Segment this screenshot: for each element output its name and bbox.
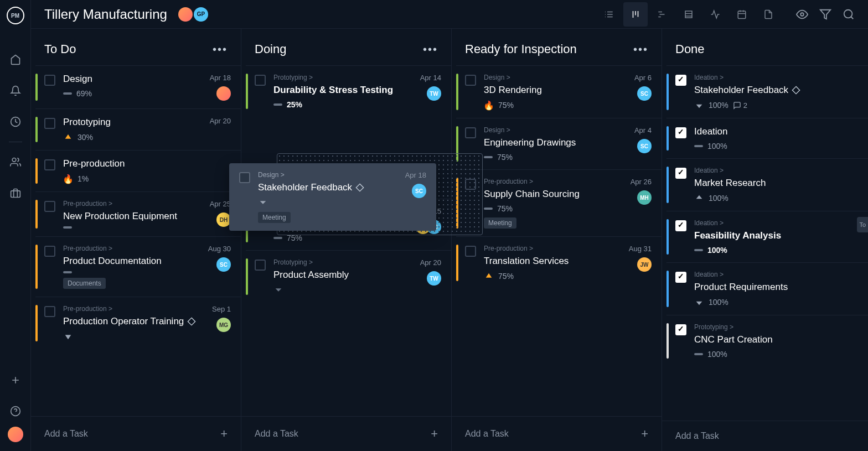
column-doing: Doing ••• Prototyping >Durability & Stre… (241, 29, 452, 451)
sidebar: PM (0, 0, 31, 451)
task-card[interactable]: Ideation >Product Requirements100% (666, 262, 868, 315)
card-title: Translation Services (484, 256, 624, 267)
checkbox[interactable] (255, 260, 266, 271)
eye-icon[interactable] (796, 8, 808, 20)
help-icon[interactable] (9, 405, 22, 418)
user-avatar[interactable] (8, 427, 23, 442)
logo[interactable]: PM (7, 7, 24, 24)
add-task-button[interactable]: Add a Task+ (452, 416, 662, 451)
task-card[interactable]: Pre-production >Supply Chain Sourcing75%… (456, 169, 662, 236)
briefcase-icon[interactable] (9, 186, 22, 200)
column-title: Ready for Inspection (465, 42, 577, 56)
task-card[interactable]: Design >Engineering Drawings75%Apr 4SC (456, 118, 662, 169)
column-menu-icon[interactable]: ••• (213, 43, 228, 56)
checkbox[interactable] (675, 220, 686, 231)
home-icon[interactable] (9, 53, 22, 66)
task-card[interactable]: Prototyping >CNC Part Creation100% (666, 315, 868, 366)
column-todo: To Do ••• Design69%Apr 18 Prototyping30%… (31, 29, 241, 451)
member-avatar-gp[interactable]: GP (194, 7, 208, 22)
project-members[interactable]: GP (178, 7, 208, 22)
activity-view-icon[interactable] (703, 2, 727, 27)
task-card[interactable]: Ideation >Market Research100% (666, 158, 868, 211)
task-card[interactable]: Prototyping >Product AssemblyApr 20TW (246, 250, 451, 303)
checkbox[interactable] (44, 246, 55, 257)
column-done: Done Ideation >Stakeholder Feedback100%2… (662, 29, 868, 451)
task-card[interactable]: Ideation100% (666, 118, 868, 158)
task-card[interactable]: Design69%Apr 18 (35, 65, 241, 108)
dragging-card[interactable]: Design > Stakeholder Feedback Meeting Ap… (229, 163, 436, 231)
column-menu-icon[interactable]: ••• (423, 43, 438, 56)
progress-icon (63, 92, 72, 95)
checkbox[interactable] (44, 159, 55, 170)
board-view-icon[interactable] (623, 2, 648, 27)
checkbox[interactable] (675, 127, 686, 138)
column-title: To Do (44, 42, 76, 56)
project-title: Tillery Manufacturing (44, 7, 167, 22)
column-menu-icon[interactable]: ••• (633, 43, 648, 56)
tag: Meeting (484, 217, 516, 229)
task-card[interactable]: Pre-production🔥1% (35, 150, 241, 191)
card-title: Production Operator Training (63, 316, 184, 327)
calendar-view-icon[interactable] (730, 2, 754, 27)
assignee-avatar[interactable]: MH (637, 190, 652, 205)
assignee-avatar[interactable]: MG (216, 318, 231, 332)
checkbox[interactable] (675, 168, 686, 179)
filter-icon[interactable] (819, 8, 831, 20)
checkbox[interactable] (675, 324, 686, 335)
checkbox[interactable] (465, 127, 476, 138)
task-card[interactable]: Ideation >Feasibility Analysis100% (666, 211, 868, 262)
task-card[interactable]: Design >3D Rendering🔥75%Apr 6SC (456, 65, 662, 118)
task-card[interactable]: Ideation >Stakeholder Feedback100%2 (666, 65, 868, 118)
assignee-avatar[interactable] (216, 86, 231, 101)
checkbox[interactable] (44, 118, 55, 129)
assignee-avatar[interactable]: JW (637, 257, 652, 272)
checkbox[interactable] (44, 75, 55, 86)
list-view-icon[interactable] (597, 2, 621, 27)
card-title: Stakeholder Feedback (694, 85, 788, 96)
checkbox[interactable] (675, 75, 686, 86)
task-card[interactable]: Pre-production >Translation Services75%A… (456, 236, 662, 289)
assignee-avatar[interactable]: TW (427, 271, 441, 286)
task-card[interactable]: Pre-production >New Production Equipment… (35, 191, 241, 236)
add-task-button[interactable]: Add a Task (662, 421, 868, 451)
plus-icon: + (431, 427, 438, 441)
checkbox[interactable] (465, 75, 476, 86)
task-card[interactable]: Pre-production >Product DocumentationDoc… (35, 236, 241, 297)
assignee-avatar[interactable]: SC (216, 257, 231, 272)
checkbox[interactable] (44, 306, 55, 317)
add-task-button[interactable]: Add a Task+ (241, 416, 451, 451)
kanban-board: To Do ••• Design69%Apr 18 Prototyping30%… (31, 29, 868, 451)
assignee-avatar[interactable]: SC (637, 86, 652, 101)
plus-icon[interactable] (9, 374, 22, 387)
assignee-avatar[interactable]: TW (427, 86, 441, 101)
svg-point-25 (844, 9, 852, 18)
progress-icon (273, 103, 282, 106)
progress-icon (694, 249, 703, 251)
add-task-button[interactable]: Add a Task+ (31, 416, 241, 451)
diamond-icon (355, 183, 364, 192)
checkbox[interactable] (239, 172, 250, 183)
gantt-view-icon[interactable] (650, 2, 674, 27)
checkbox[interactable] (675, 272, 686, 283)
column-title: Doing (255, 42, 286, 56)
search-icon[interactable] (843, 8, 855, 20)
priority-up-icon (694, 193, 704, 203)
sheet-view-icon[interactable] (676, 2, 701, 27)
checkbox[interactable] (255, 75, 266, 86)
task-card[interactable]: Pre-production >Production Operator Trai… (35, 297, 241, 349)
team-icon[interactable] (9, 155, 22, 169)
task-card[interactable]: Prototyping30%Apr 20 (35, 108, 241, 150)
assignee-avatar[interactable]: SC (412, 184, 426, 198)
task-card[interactable]: Prototyping >Durability & Stress Testing… (246, 65, 451, 117)
assignee-avatar[interactable]: SC (637, 139, 652, 153)
member-avatar[interactable] (178, 7, 193, 22)
diamond-icon (792, 86, 800, 95)
checkbox[interactable] (465, 246, 476, 257)
column-ready: Ready for Inspection ••• Design >3D Rend… (452, 29, 662, 451)
clock-icon[interactable] (9, 115, 22, 128)
plus-icon: + (220, 427, 228, 441)
files-view-icon[interactable] (756, 2, 781, 27)
bell-icon[interactable] (9, 84, 22, 97)
checkbox[interactable] (44, 201, 55, 212)
card-title: Design (63, 74, 205, 85)
